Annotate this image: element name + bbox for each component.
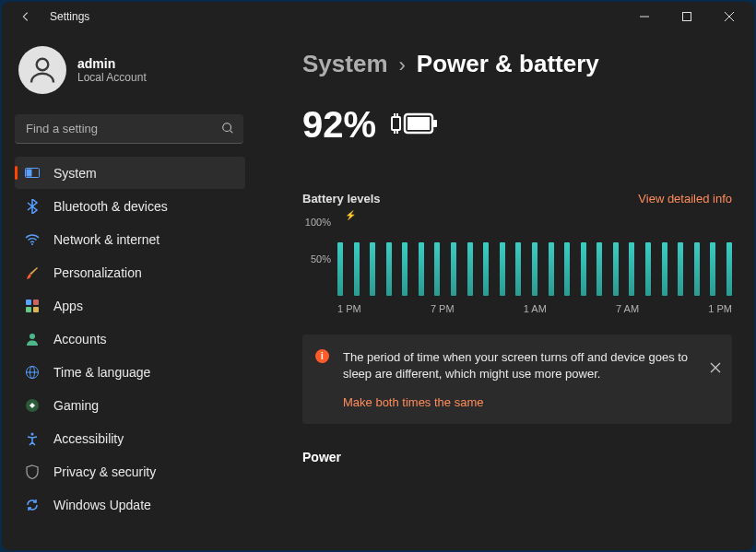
sidebar-item-system[interactable]: System [15, 157, 245, 189]
svg-rect-1 [683, 13, 691, 21]
globe-icon [24, 364, 41, 381]
system-icon [24, 165, 41, 182]
wifi-icon [24, 231, 41, 248]
chart-bar [386, 242, 392, 296]
sidebar-item-label: Gaming [53, 398, 99, 413]
back-button[interactable] [15, 6, 37, 28]
profile-name: admin [77, 56, 147, 71]
chart-bar [467, 242, 473, 296]
close-button[interactable] [708, 2, 750, 31]
chart-bar [337, 242, 343, 296]
search-container [15, 114, 243, 144]
sidebar-item-label: Accessibility [53, 431, 124, 446]
chart-xlabel: 7 PM [431, 303, 455, 314]
shield-icon [24, 464, 41, 480]
chart-xlabel: 1 AM [524, 303, 547, 314]
chart-bar [678, 242, 683, 296]
chart-ylabel: 50% [311, 253, 331, 264]
bluetooth-icon [24, 198, 41, 215]
chart-bar [662, 242, 667, 296]
chart-bar [645, 242, 651, 296]
chart-xlabel: 1 PM [337, 303, 361, 314]
make-same-link[interactable]: Make both times the same [343, 395, 691, 409]
chart-bar [483, 242, 489, 296]
svg-point-17 [31, 432, 34, 435]
svg-point-12 [30, 334, 35, 339]
power-section-title: Power [302, 450, 732, 464]
profile-type: Local Account [77, 71, 147, 84]
svg-rect-9 [33, 299, 39, 305]
chart-bar [500, 242, 505, 296]
chart-bar [694, 242, 700, 296]
chart-bar [402, 242, 408, 296]
chart-ylabel: 100% [305, 217, 331, 228]
chevron-right-icon: › [399, 53, 406, 77]
accessibility-icon [24, 430, 41, 447]
sidebar-item-label: Windows Update [53, 498, 151, 512]
sidebar-item-label: Time & language [53, 365, 150, 380]
sidebar-item-label: Personalization [53, 265, 142, 280]
sidebar-item-accounts[interactable]: Accounts [15, 323, 245, 355]
chart-bar [581, 242, 586, 296]
chart-bar [629, 242, 634, 296]
chart-bar [613, 242, 619, 296]
profile-block[interactable]: admin Local Account [15, 42, 245, 111]
power-warning-card: i The period of time when your screen tu… [302, 335, 732, 424]
update-icon [24, 497, 41, 513]
sidebar-item-label: Bluetooth & devices [53, 199, 168, 214]
svg-point-7 [31, 243, 33, 245]
chart-title: Battery levels [302, 192, 381, 206]
chart-bar [434, 242, 440, 296]
breadcrumb-parent[interactable]: System [302, 50, 388, 78]
breadcrumb: System › Power & battery [302, 50, 732, 78]
chart-bar [515, 242, 521, 296]
svg-line-4 [230, 131, 233, 134]
sidebar-item-personalization[interactable]: Personalization [15, 256, 245, 288]
sidebar-item-gaming[interactable]: Gaming [15, 389, 245, 421]
svg-point-2 [37, 59, 49, 71]
maximize-button[interactable] [666, 2, 708, 31]
gaming-icon [24, 397, 41, 414]
plug-icon: ⚡ [345, 210, 356, 220]
info-icon: i [315, 349, 329, 363]
svg-rect-11 [33, 307, 39, 312]
chart-bar [564, 242, 570, 296]
sidebar-item-label: Privacy & security [53, 464, 156, 479]
sidebar-item-privacy[interactable]: Privacy & security [15, 455, 245, 487]
battery-percent: 92% [302, 104, 376, 146]
sidebar-item-label: Accounts [53, 332, 107, 346]
chart-bar [597, 242, 602, 296]
breadcrumb-current: Power & battery [417, 50, 599, 78]
chart-xlabel: 1 PM [708, 303, 732, 314]
view-detailed-info-link[interactable]: View detailed info [638, 192, 732, 206]
minimize-button[interactable] [623, 2, 666, 31]
svg-rect-20 [408, 117, 430, 130]
sidebar-item-label: System [53, 166, 97, 181]
battery-charging-icon [389, 111, 439, 140]
sidebar-item-windows-update[interactable]: Windows Update [15, 488, 245, 521]
avatar [18, 46, 66, 94]
svg-rect-10 [26, 307, 31, 312]
chart-xlabel: 7 AM [616, 303, 639, 314]
svg-rect-21 [433, 120, 437, 127]
warning-text: The period of time when your screen turn… [343, 349, 691, 382]
sidebar-item-apps[interactable]: Apps [15, 289, 245, 322]
sidebar-item-bluetooth[interactable]: Bluetooth & devices [15, 190, 245, 222]
brush-icon [24, 264, 41, 281]
search-input[interactable] [15, 114, 243, 144]
apps-icon [24, 298, 41, 314]
chart-bar [419, 242, 424, 296]
svg-rect-6 [27, 169, 32, 176]
chart-bar [549, 242, 554, 296]
sidebar-item-time-language[interactable]: Time & language [15, 356, 245, 388]
chart-bar [451, 242, 456, 296]
chart-bar [354, 242, 360, 296]
chart-bar [710, 242, 715, 296]
sidebar-item-network[interactable]: Network & internet [15, 223, 245, 255]
battery-chart: 100% 50% ⚡ 1 PM7 PM1 AM7 AM1 PM [302, 213, 732, 314]
close-card-button[interactable] [710, 360, 721, 377]
chart-bar [370, 242, 375, 296]
search-icon [221, 122, 234, 138]
sidebar-item-accessibility[interactable]: Accessibility [15, 422, 245, 454]
svg-point-3 [223, 123, 231, 132]
